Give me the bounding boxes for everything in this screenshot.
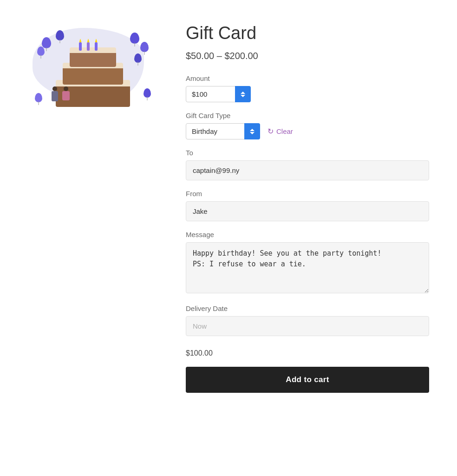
candle-3 xyxy=(95,42,98,51)
price-range: $50.00 – $200.00 xyxy=(186,51,429,61)
clear-label: Clear xyxy=(276,127,293,135)
balloon-8 xyxy=(144,88,151,98)
from-input[interactable] xyxy=(186,201,429,221)
amount-label: Amount xyxy=(186,74,429,82)
candle-2 xyxy=(87,42,90,51)
cake-illustration xyxy=(33,23,153,116)
amount-field-group: Amount $50 $100 $150 $200 xyxy=(186,74,429,102)
person-left xyxy=(50,86,59,109)
product-details: Gift Card $50.00 – $200.00 Amount $50 $1… xyxy=(186,19,429,393)
message-field-group: Message Happy birthday! See you at the p… xyxy=(186,231,429,295)
gift-type-label: Gift Card Type xyxy=(186,112,429,119)
from-field-group: From xyxy=(186,190,429,221)
from-label: From xyxy=(186,190,429,198)
gift-type-select[interactable]: Birthday Anniversary Congratulations Tha… xyxy=(186,123,260,139)
product-title: Gift Card xyxy=(186,23,429,43)
to-input[interactable] xyxy=(186,160,429,180)
page-container: Gift Card $50.00 – $200.00 Amount $50 $1… xyxy=(0,0,457,411)
message-label: Message xyxy=(186,231,429,238)
cake-top xyxy=(70,51,116,67)
to-field-group: To xyxy=(186,149,429,180)
delivery-date-input[interactable] xyxy=(186,316,429,336)
amount-select[interactable]: $50 $100 $150 $200 xyxy=(186,86,251,102)
balloon-3 xyxy=(37,46,45,56)
add-to-cart-button[interactable]: Add to cart xyxy=(186,367,429,393)
balloon-2 xyxy=(56,30,64,40)
balloon-1 xyxy=(42,37,51,48)
balloon-6 xyxy=(134,53,142,63)
candle-1 xyxy=(79,42,82,51)
refresh-icon: ↻ xyxy=(268,127,274,136)
amount-select-wrapper: $50 $100 $150 $200 xyxy=(186,86,251,102)
message-textarea[interactable]: Happy birthday! See you at the party ton… xyxy=(186,242,429,293)
clear-button[interactable]: ↻ Clear xyxy=(268,127,293,136)
balloon-5 xyxy=(140,42,149,52)
delivery-date-field-group: Delivery Date xyxy=(186,304,429,336)
balloon-4 xyxy=(130,33,139,44)
total-price: $100.00 xyxy=(186,349,429,357)
gift-type-field-group: Gift Card Type Birthday Anniversary Cong… xyxy=(186,112,429,139)
product-image-area xyxy=(28,19,158,121)
to-label: To xyxy=(186,149,429,157)
balloon-7 xyxy=(35,93,42,102)
cake-middle xyxy=(63,66,123,85)
gift-type-select-wrapper: Birthday Anniversary Congratulations Tha… xyxy=(186,123,260,139)
delivery-date-label: Delivery Date xyxy=(186,304,429,312)
person-right xyxy=(61,86,71,109)
gift-type-row: Birthday Anniversary Congratulations Tha… xyxy=(186,123,429,139)
